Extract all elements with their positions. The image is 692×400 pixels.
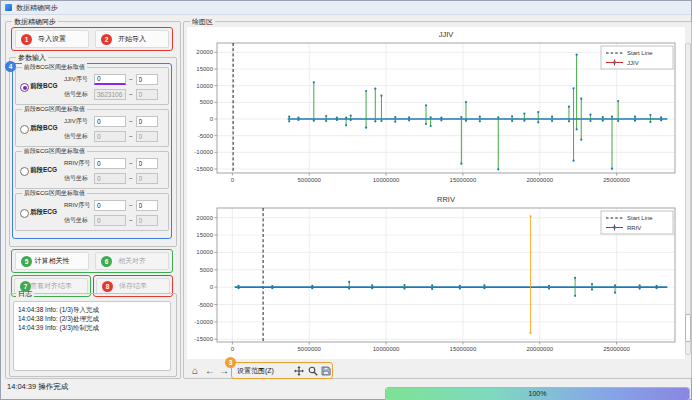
- correlation-align-button[interactable]: 6 相关对齐: [95, 252, 169, 270]
- step-badge-4: 4: [5, 61, 16, 72]
- range-separator: ~: [129, 217, 133, 223]
- home-icon[interactable]: ⌂: [189, 362, 201, 379]
- seq-to-input[interactable]: [136, 74, 158, 85]
- range-separator: ~: [129, 175, 133, 181]
- seq-from-input[interactable]: [94, 158, 126, 169]
- param-section-ecg-front: 前段ECG区间坐标取值 前段ECG RRIV序号 ~ 信号坐标 ~: [15, 151, 169, 189]
- svg-text:Start Line: Start Line: [627, 50, 653, 56]
- seq-from-input[interactable]: [94, 116, 126, 127]
- section-title: 前段ECG区间坐标取值: [22, 147, 87, 156]
- seq-to-input[interactable]: [136, 116, 158, 127]
- app-icon: [5, 4, 12, 11]
- svg-text:-10000: -10000: [194, 319, 213, 325]
- seq-from-input[interactable]: [94, 200, 126, 211]
- zoom-icon[interactable]: [307, 362, 319, 379]
- svg-text:0: 0: [231, 177, 235, 183]
- step-badge-1: 1: [21, 34, 32, 45]
- param-section-ecg-rear: 后段ECG区间坐标取值 后段ECG RRIV序号 ~ 信号坐标 ~: [15, 193, 169, 231]
- start-import-label: 开始导入: [118, 35, 146, 42]
- plot-vertical-scrollbar[interactable]: [685, 43, 691, 355]
- log-line: 14:04:39 Info: (3/3)绘制完成: [18, 323, 166, 332]
- legend-box: Start LineJJIV: [601, 46, 673, 69]
- seq-to-input[interactable]: [136, 158, 158, 169]
- coord-from-input: [94, 173, 126, 184]
- row-label: JJIV序号: [64, 117, 94, 126]
- svg-text:25000000: 25000000: [603, 346, 630, 352]
- radio-ecg-front[interactable]: [20, 167, 29, 176]
- set-range-button[interactable]: 设置范围(Z): [237, 366, 274, 376]
- coord-from-input: [94, 131, 126, 142]
- radio-label: 前段BCG: [30, 82, 57, 91]
- range-separator: ~: [129, 76, 133, 82]
- svg-text:5000: 5000: [200, 99, 214, 105]
- seq-from-input[interactable]: [94, 74, 126, 85]
- step-badge-3: 3: [225, 357, 236, 368]
- log-output[interactable]: 14:04:38 Info: (1/3)导入完成 14:04:38 Info: …: [13, 301, 171, 371]
- progress-value: 100%: [386, 388, 689, 400]
- seq-to-input[interactable]: [136, 200, 158, 211]
- import-settings-label: 导入设置: [38, 35, 66, 42]
- svg-text:5000000: 5000000: [298, 346, 322, 352]
- range-separator: ~: [129, 118, 133, 124]
- back-icon[interactable]: ←: [204, 362, 216, 379]
- left-panel-title: 数据精确同步: [12, 17, 58, 26]
- radio-label: 前段ECG: [30, 166, 57, 175]
- plot-canvas[interactable]: 0500000010000000150000002000000025000000…: [187, 27, 685, 359]
- svg-text:15000000: 15000000: [450, 177, 477, 183]
- svg-text:-5000: -5000: [198, 133, 214, 139]
- param-input-title: 参数输入: [16, 53, 48, 62]
- row-label: JJIV序号: [64, 75, 94, 84]
- step-badge-5: 5: [21, 256, 32, 267]
- view-align-result-label: 查看对齐结果: [30, 282, 72, 289]
- section-title: 前段BCG区间坐标取值: [22, 63, 87, 72]
- scrollbar-handle[interactable]: [685, 314, 691, 342]
- svg-text:15000: 15000: [196, 66, 213, 72]
- row-label: 信号坐标: [64, 90, 94, 99]
- svg-text:15000: 15000: [196, 232, 213, 238]
- coord-from-input: [94, 215, 126, 226]
- svg-text:RRIV: RRIV: [627, 225, 641, 231]
- step-badge-8: 8: [102, 281, 113, 292]
- svg-text:10000000: 10000000: [373, 346, 400, 352]
- svg-text:-15000: -15000: [194, 166, 213, 172]
- compute-correlation-button[interactable]: 5 计算相关性: [15, 252, 89, 270]
- svg-text:-10000: -10000: [194, 149, 213, 155]
- svg-text:0: 0: [210, 284, 214, 290]
- save-icon[interactable]: [320, 362, 332, 379]
- range-separator: ~: [129, 91, 133, 97]
- svg-text:5000: 5000: [200, 267, 214, 273]
- start-import-button[interactable]: 2 开始导入: [95, 30, 169, 48]
- save-result-label: 保存结果: [119, 282, 147, 289]
- log-line: 14:04:38 Info: (2/3)处理完成: [18, 314, 166, 323]
- svg-text:20000000: 20000000: [526, 177, 553, 183]
- progress-bar: 100%: [385, 387, 690, 400]
- svg-text:20000000: 20000000: [526, 346, 553, 352]
- chart-title: JJIV: [439, 30, 454, 39]
- svg-text:10000: 10000: [196, 83, 213, 89]
- radio-bcg-rear[interactable]: [20, 125, 29, 134]
- window-title: 数据精确同步: [16, 3, 58, 13]
- svg-text:15000000: 15000000: [450, 346, 477, 352]
- row-label: RRIV序号: [64, 159, 94, 168]
- svg-text:Start Line: Start Line: [627, 215, 653, 221]
- svg-text:25000000: 25000000: [603, 177, 630, 183]
- jjiv-chart: 0500000010000000150000002000000025000000…: [194, 30, 675, 183]
- pan-icon[interactable]: [293, 362, 305, 379]
- compute-correlation-label: 计算相关性: [35, 257, 70, 264]
- step-badge-2: 2: [101, 34, 112, 45]
- import-settings-button[interactable]: 1 导入设置: [15, 30, 89, 48]
- row-label: RRIV序号: [64, 201, 94, 210]
- param-section-bcg-front: 前段BCG区间坐标取值 前段BCG JJIV序号 ~ 信号坐标 ~: [15, 67, 169, 105]
- section-title: 后段BCG区间坐标取值: [22, 105, 87, 114]
- radio-ecg-rear[interactable]: [20, 209, 29, 218]
- coord-to-input: [136, 89, 158, 100]
- svg-text:0: 0: [231, 346, 235, 352]
- svg-text:5000000: 5000000: [298, 177, 322, 183]
- svg-text:10000000: 10000000: [373, 177, 400, 183]
- svg-text:-15000: -15000: [194, 336, 213, 342]
- param-section-bcg-rear: 后段BCG区间坐标取值 后段BCG JJIV序号 ~ 信号坐标 ~: [15, 109, 169, 147]
- step-badge-7: 7: [20, 281, 31, 292]
- save-result-button[interactable]: 8 保存结果: [96, 278, 170, 294]
- section-title: 后段ECG区间坐标取值: [22, 189, 87, 198]
- radio-bcg-front[interactable]: [20, 83, 29, 92]
